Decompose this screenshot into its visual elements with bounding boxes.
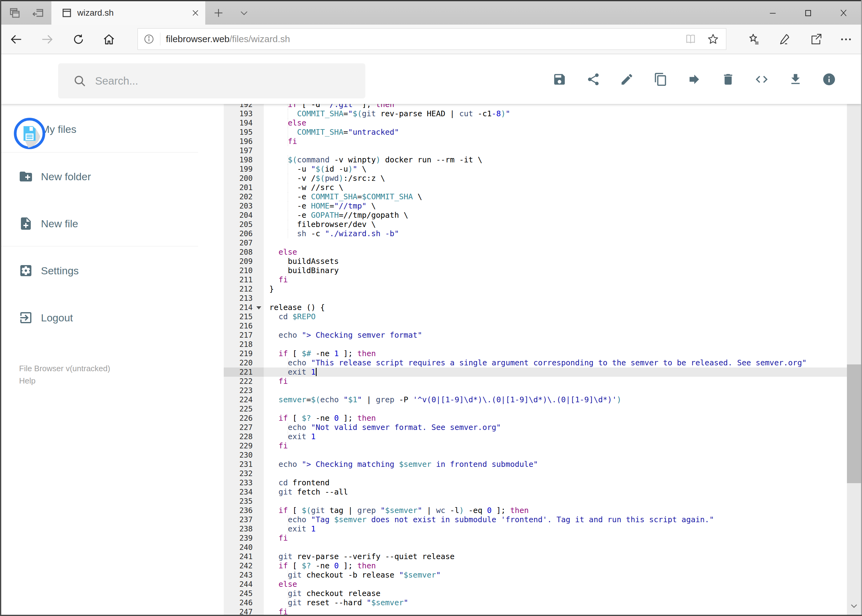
code-line[interactable]: if [ -d "/.git" ]; then [264, 104, 847, 109]
back-button[interactable] [7, 30, 27, 49]
code-line[interactable]: else [264, 580, 847, 589]
code-line[interactable]: git fetch --all [264, 487, 847, 497]
code-line[interactable] [264, 386, 847, 395]
code-line[interactable]: exit 1 [264, 524, 847, 534]
code-line[interactable] [264, 469, 847, 478]
home-button[interactable] [99, 30, 119, 49]
address-bar[interactable]: filebrowser.web/files/wizard.sh [137, 28, 726, 50]
rename-button[interactable] [611, 61, 642, 98]
page-scrollbar[interactable] [847, 55, 861, 615]
code-line[interactable]: $(command -v winpty) docker run --rm -it… [264, 155, 847, 165]
save-button[interactable] [544, 61, 575, 98]
code-line[interactable]: sh -c "./wizard.sh -b" [264, 229, 847, 238]
filebrowser-logo[interactable] [14, 118, 46, 149]
code-line[interactable] [264, 340, 847, 349]
code-line[interactable]: fi [264, 607, 847, 615]
code-line[interactable]: else [264, 248, 847, 257]
forward-button[interactable] [37, 30, 57, 49]
maximize-button[interactable] [790, 1, 826, 25]
code-line[interactable]: -e COMMIT_SHA=$COMMIT_SHA \ [264, 192, 847, 201]
download-button[interactable] [780, 61, 811, 98]
code-line[interactable] [264, 294, 847, 303]
code-line[interactable]: git rev-parse --verify --quiet release [264, 552, 847, 561]
code-line[interactable]: if [ $? -ne 0 ]; then [264, 414, 847, 423]
code-line[interactable]: exit 1 [264, 368, 847, 377]
tab-preview-button[interactable] [5, 1, 25, 25]
code-line[interactable]: release () { [264, 303, 847, 312]
code-line[interactable]: if [ $? -ne 0 ]; then [264, 561, 847, 570]
code-line[interactable]: fi [264, 441, 847, 451]
code-line[interactable]: echo "Tag $semver does not exist in subm… [264, 515, 847, 524]
minimize-button[interactable] [755, 1, 790, 25]
sidebar-item-new-file[interactable]: New file [1, 201, 224, 247]
web-notes-pen-button[interactable] [774, 29, 796, 50]
tab-close-icon[interactable] [191, 9, 200, 17]
code-line[interactable] [264, 321, 847, 331]
code-line[interactable]: git checkout -b release "$semver" [264, 570, 847, 580]
code-line[interactable]: exit 1 [264, 432, 847, 441]
code-area[interactable]: if [ -d "/.git" ]; then COMMIT_SHA="$(gi… [264, 104, 847, 615]
share-page-button[interactable] [805, 29, 828, 50]
set-tabs-aside-button[interactable] [28, 1, 48, 25]
code-line[interactable]: echo "This release script requires a sin… [264, 358, 847, 368]
url-text[interactable]: filebrowser.web/files/wizard.sh [166, 34, 290, 44]
delete-button[interactable] [713, 61, 744, 98]
code-line[interactable] [264, 238, 847, 248]
new-tab-button[interactable] [209, 1, 229, 25]
code-line[interactable] [264, 146, 847, 155]
scroll-down-icon[interactable] [847, 601, 861, 610]
code-line[interactable]: COMMIT_SHA="$(git rev-parse HEAD | cut -… [264, 109, 847, 118]
code-line[interactable]: git reset --hard "$semver" [264, 598, 847, 607]
code-line[interactable]: filebrowser/dev \ [264, 220, 847, 229]
close-button[interactable] [826, 1, 861, 25]
code-line[interactable]: else [264, 118, 847, 127]
code-line[interactable]: buildBinary [264, 266, 847, 275]
code-line[interactable]: echo "> Checking semver format" [264, 331, 847, 340]
share-button[interactable] [578, 61, 609, 98]
scrollbar-thumb[interactable] [847, 365, 861, 483]
sidebar-item-logout[interactable]: Logout [1, 295, 224, 341]
code-line[interactable] [264, 497, 847, 506]
code-line[interactable]: buildAssets [264, 257, 847, 266]
code-line[interactable]: echo "Not valid semver format. See semve… [264, 423, 847, 432]
tab-list-dropdown-button[interactable] [233, 1, 255, 25]
code-line[interactable]: if [ $# -ne 1 ]; then [264, 349, 847, 358]
move-button[interactable] [679, 61, 710, 98]
code-line[interactable]: fi [264, 377, 847, 386]
code-view-button[interactable] [746, 61, 777, 98]
code-line[interactable]: -w //src \ [264, 183, 847, 192]
code-line[interactable]: -e GOPATH=//tmp/gopath \ [264, 211, 847, 220]
copy-button[interactable] [645, 61, 676, 98]
code-line[interactable]: cd $REPO [264, 312, 847, 321]
code-line[interactable]: -e HOME="//tmp" \ [264, 201, 847, 211]
code-line[interactable]: } [264, 284, 847, 294]
more-actions-button[interactable] [835, 29, 857, 50]
code-line[interactable]: semver=$(echo "$1" | grep -P '^v(0|[1-9]… [264, 395, 847, 404]
favorites-hub-button[interactable] [743, 29, 766, 50]
code-line[interactable] [264, 543, 847, 552]
info-button[interactable] [814, 61, 845, 98]
site-info-icon[interactable] [138, 33, 160, 45]
code-line[interactable]: COMMIT_SHA="untracked" [264, 127, 847, 137]
browser-tab[interactable]: wizard.sh [51, 1, 205, 25]
sidebar-item-settings[interactable]: Settings [1, 248, 224, 294]
add-favorite-star-icon[interactable] [707, 33, 719, 45]
refresh-button[interactable] [69, 30, 88, 49]
code-line[interactable]: -u "$(id -u)" \ [264, 165, 847, 174]
code-line[interactable] [264, 451, 847, 460]
sidebar-item-new-folder[interactable]: New folder [1, 154, 224, 200]
code-line[interactable]: -v /$(pwd):/src:z \ [264, 174, 847, 183]
reading-view-icon[interactable] [685, 33, 697, 45]
code-line[interactable]: if [ $(git tag | grep "$semver" | wc -l)… [264, 506, 847, 515]
help-link[interactable]: Help [19, 375, 110, 387]
code-line[interactable] [264, 404, 847, 414]
code-line[interactable]: echo "> Checking matching $semver in fro… [264, 460, 847, 469]
code-line[interactable]: fi [264, 534, 847, 543]
code-line[interactable]: git checkout release [264, 589, 847, 598]
code-editor[interactable]: 1921931941951961971981992002012022032042… [224, 104, 847, 615]
code-line[interactable]: cd frontend [264, 478, 847, 487]
code-line[interactable]: fi [264, 275, 847, 284]
fold-arrow-icon[interactable] [256, 306, 261, 310]
search-input[interactable]: Search... [58, 63, 365, 98]
code-line[interactable]: fi [264, 137, 847, 146]
